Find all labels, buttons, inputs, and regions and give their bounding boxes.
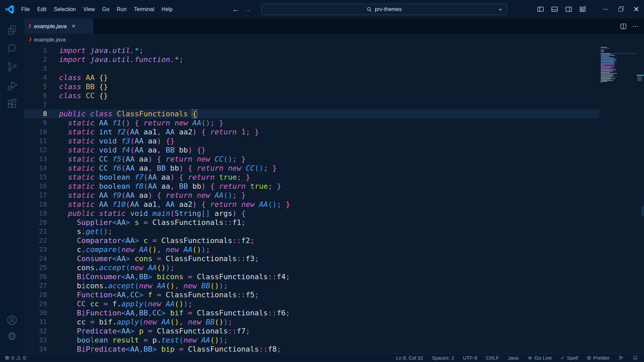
code-line-text[interactable]: BiPredicate<AA,BB> bip = ClassFunctional…	[59, 345, 599, 353]
code-line[interactable]: 20 Supplier<AA> s = ClassFunctionals::f1…	[24, 218, 599, 227]
code-line[interactable]: 18 static AA f10(AA aa1, AA aa2) { retur…	[24, 200, 599, 209]
code-area[interactable]: 1import java.util.*;2import java.util.fu…	[24, 46, 599, 353]
code-line-text[interactable]: public class ClassFunctionals {	[59, 109, 599, 118]
code-line[interactable]: 26 BiConsumer<AA,BB> bicons = ClassFunct…	[24, 272, 599, 281]
code-line[interactable]: 31 cc = bif.apply(new AA(), new BB());	[24, 317, 599, 326]
code-line[interactable]: 11 static void f3(AA aa) {}	[24, 136, 599, 145]
code-line[interactable]: 9 static AA f1() { return new AA(); }	[24, 118, 599, 127]
menu-item-run[interactable]: Run	[113, 4, 130, 14]
code-line-text[interactable]: static void f3(AA aa) {}	[59, 136, 599, 145]
prettier-button[interactable]: ⊘ Prettier	[587, 355, 609, 361]
code-line-text[interactable]: CC cc = f.apply(new AA());	[59, 299, 599, 308]
feedback-button[interactable]	[618, 355, 624, 361]
code-line-text[interactable]: import java.util.*;	[59, 46, 599, 55]
command-center-search[interactable]: prv-themes	[261, 4, 507, 15]
split-editor-icon[interactable]	[620, 23, 627, 30]
code-line[interactable]: 13 static CC f5(AA aa) { return new CC()…	[24, 155, 599, 164]
source-control-icon[interactable]	[6, 61, 18, 73]
chevron-down-icon[interactable]	[498, 7, 503, 12]
code-line-text[interactable]: Consumer<AA> cons = ClassFunctionals::f3…	[59, 254, 599, 263]
indentation-setting[interactable]: Spaces: 2	[432, 355, 454, 361]
code-line-text[interactable]: cc = bif.apply(new AA(), new BB());	[59, 317, 599, 326]
code-line-text[interactable]: Function<AA,CC> f = ClassFunctionals::f5…	[59, 290, 599, 299]
code-line-text[interactable]: static AA f10(AA aa1, AA aa2) { return n…	[59, 200, 599, 209]
code-line-text[interactable]: boolean result = p.test(new AA());	[59, 336, 599, 345]
close-button[interactable]: ✕	[629, 0, 644, 18]
menu-item-terminal[interactable]: Terminal	[130, 4, 158, 14]
code-line[interactable]: 29 CC cc = f.apply(new AA());	[24, 299, 599, 308]
search-view-icon[interactable]	[6, 43, 18, 54]
customize-layout-icon[interactable]	[577, 4, 588, 15]
code-line-text[interactable]: Comparator<AA> c = ClassFunctionals::f2;	[59, 236, 599, 245]
restore-button[interactable]	[613, 0, 629, 18]
code-line[interactable]: 33 boolean result = p.test(new AA());	[24, 336, 599, 345]
menu-item-selection[interactable]: Selection	[50, 4, 79, 14]
code-line-text[interactable]: public static void main(String[] args) {	[59, 209, 599, 218]
code-line-text[interactable]: import java.util.function.*;	[59, 55, 599, 64]
code-editor[interactable]: 1import java.util.*;2import java.util.fu…	[24, 46, 644, 353]
code-line-text[interactable]: Supplier<AA> s = ClassFunctionals::f1;	[59, 218, 599, 227]
code-line[interactable]: 15 static boolean f7(AA aa) { return tru…	[24, 173, 599, 182]
code-line-text[interactable]: class AA {}	[59, 73, 599, 82]
code-line[interactable]: 16 static boolean f8(AA aa, BB bb) { ret…	[24, 182, 599, 191]
code-line[interactable]: 23 c.compare(new AA(), new AA());	[24, 245, 599, 254]
go-live-button[interactable]: Go Live	[527, 355, 552, 361]
code-line-text[interactable]	[59, 100, 599, 109]
code-line-text[interactable]: static AA f1() { return new AA(); }	[59, 118, 599, 127]
explorer-icon[interactable]	[6, 24, 18, 36]
code-line-text[interactable]: s.get();	[59, 227, 599, 236]
code-line[interactable]: 32 Predicate<AA> p = ClassFunctionals::f…	[24, 326, 599, 336]
code-line-text[interactable]: static AA f9(AA aa) { return new AA(); }	[59, 191, 599, 200]
code-line-text[interactable]: static void f4(AA aa, BB bb) {}	[59, 145, 599, 155]
cursor-position[interactable]: Ln 8, Col 32	[396, 355, 423, 361]
tab-close-icon[interactable]: ×	[72, 22, 75, 30]
code-line[interactable]: 8public class ClassFunctionals {	[24, 109, 599, 118]
minimap[interactable]	[599, 46, 637, 353]
code-line[interactable]: 10 static int f2(AA aa1, AA aa2) { retur…	[24, 127, 599, 136]
problems-indicator[interactable]: ⊗ 0 ⚠ 0	[5, 354, 26, 361]
code-line-text[interactable]: BiFunction<AA,BB,CC> bif = ClassFunction…	[59, 308, 599, 317]
code-line[interactable]: 12 static void f4(AA aa, BB bb) {}	[24, 145, 599, 155]
code-line[interactable]: 2import java.util.function.*;	[24, 55, 599, 64]
code-line[interactable]: 14 static CC f6(AA aa, BB bb) { return n…	[24, 164, 599, 173]
code-line[interactable]: 19 public static void main(String[] args…	[24, 209, 599, 218]
code-line-text[interactable]: static int f2(AA aa1, AA aa2) { return 1…	[59, 127, 599, 136]
code-line[interactable]: 4class AA {}	[24, 73, 599, 82]
more-actions-icon[interactable]: ⋯	[632, 22, 639, 30]
code-line-text[interactable]: c.compare(new AA(), new AA());	[59, 245, 599, 254]
breadcrumb-file[interactable]: example.java	[34, 37, 66, 43]
code-line[interactable]: 21 s.get();	[24, 227, 599, 236]
code-line-text[interactable]	[59, 64, 599, 73]
nav-back-icon[interactable]: ←	[232, 5, 239, 14]
encoding-setting[interactable]: UTF-8	[463, 355, 477, 361]
code-line[interactable]: 22 Comparator<AA> c = ClassFunctionals::…	[24, 236, 599, 245]
code-line[interactable]: 5class BB {}	[24, 82, 599, 91]
code-line-text[interactable]: static CC f5(AA aa) { return new CC(); }	[59, 155, 599, 164]
overview-ruler-thumb[interactable]	[637, 76, 642, 81]
code-line[interactable]: 24 Consumer<AA> cons = ClassFunctionals:…	[24, 254, 599, 263]
toggle-panel-icon[interactable]	[549, 4, 560, 15]
run-debug-icon[interactable]	[6, 80, 18, 91]
code-line-text[interactable]: class BB {}	[59, 82, 599, 91]
spell-checker-button[interactable]: ✓ Spell	[560, 355, 578, 361]
scrollbar-thumb[interactable]	[641, 206, 644, 216]
settings-gear-icon[interactable]: ⚙	[6, 330, 18, 342]
minimize-button[interactable]	[598, 0, 613, 18]
code-line[interactable]: 17 static AA f9(AA aa) { return new AA()…	[24, 191, 599, 200]
code-line[interactable]: 27 bicons.accept(new AA(), new BB());	[24, 281, 599, 290]
code-line[interactable]: 28 Function<AA,CC> f = ClassFunctionals:…	[24, 290, 599, 299]
code-line[interactable]: 34 BiPredicate<AA,BB> bip = ClassFunctio…	[24, 345, 599, 353]
code-line-text[interactable]: static boolean f7(AA aa) { return true; …	[59, 173, 599, 182]
language-mode[interactable]: Java	[508, 355, 519, 361]
code-line[interactable]: 30 BiFunction<AA,BB,CC> bif = ClassFunct…	[24, 308, 599, 317]
code-line-text[interactable]: class CC {}	[59, 91, 599, 100]
extensions-icon[interactable]	[6, 98, 18, 110]
breadcrumb[interactable]: J example.java	[24, 34, 644, 46]
menu-item-view[interactable]: View	[79, 4, 98, 14]
code-line-text[interactable]: cons.accept(new AA());	[59, 263, 599, 272]
toggle-sidebar-icon[interactable]	[535, 4, 546, 15]
code-line-text[interactable]: Predicate<AA> p = ClassFunctionals::f7;	[59, 326, 599, 336]
code-line[interactable]: 1import java.util.*;	[24, 46, 599, 55]
menu-item-go[interactable]: Go	[99, 4, 113, 14]
code-line[interactable]: 3	[24, 64, 599, 73]
